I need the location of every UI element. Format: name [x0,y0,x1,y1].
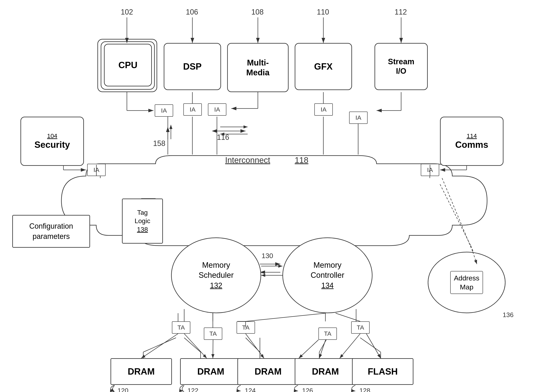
config-params-box: Configurationparameters [12,215,90,248]
ta-5: TA [351,321,370,334]
svg-line-63 [299,340,318,358]
svg-line-56 [141,334,178,358]
ta-2: TA [204,327,222,340]
dram-3-label: DRAM [255,366,282,377]
cpu-label: CPU [118,60,138,71]
address-map-ref: 136 [503,311,513,319]
security-label: Security [34,139,70,150]
ref-158: 158 [153,139,165,148]
svg-line-57 [184,334,207,358]
tag-logic-box: TagLogic138 [122,199,163,244]
ta-1: TA [172,321,190,334]
svg-line-60 [246,313,325,321]
svg-line-65 [366,334,381,358]
ia-security: IA [87,164,106,176]
ia-cpu: IA [155,104,173,117]
svg-line-46 [319,338,327,352]
comms-ref: 114 [455,132,488,139]
dram-4-ref: 126 [302,387,313,392]
dram-3-box: DRAM [238,358,299,385]
svg-line-58 [213,340,213,358]
ia-comms: IA [421,164,439,176]
dram-4-label: DRAM [312,366,339,377]
comms-label: Comms [455,139,488,150]
svg-line-42 [184,338,200,352]
dsp-box: DSP [164,43,221,90]
interconnect-ref: 118 [295,156,308,165]
security-box: 104 Security [20,117,84,166]
ia-streamio: IA [349,112,368,124]
multimedia-box: Multi-Media [227,43,289,92]
dram-1-label: DRAM [128,366,155,377]
svg-line-61 [336,313,360,321]
ref-130: 130 [261,252,273,260]
flash-box: FLASH [352,358,413,385]
diagram: 102 106 108 110 112 CPU DSP Multi-Media … [0,0,536,392]
ia-dsp: IA [183,103,202,116]
gfx-label: GFX [314,61,333,72]
svg-line-64 [340,334,360,358]
ref-106: 106 [186,8,198,16]
dram-3-ref: 124 [245,387,256,392]
memory-scheduler-circle: MemoryScheduler132 [171,238,261,313]
stream-io-label: StreamI/O [388,57,415,76]
ref-110: 110 [317,8,329,16]
multimedia-label: Multi-Media [246,58,269,77]
comms-box: 114 Comms [440,117,503,166]
svg-line-44 [246,338,260,352]
ta-4: TA [318,327,337,340]
dram-1-ref: 120 [117,387,128,392]
dram-2-ref: 122 [187,387,198,392]
gfx-box: GFX [295,43,352,90]
svg-line-59 [246,334,264,358]
memory-controller-circle: MemoryController134 [282,238,373,313]
address-map-ellipse: AddressMap [428,252,505,313]
ref-112: 112 [395,8,407,16]
ia-multimedia: IA [208,103,226,116]
ref-116: 116 [217,133,229,142]
flash-ref: 128 [359,387,370,392]
cpu-box: CPU [104,44,152,86]
svg-line-48 [360,338,381,352]
ref-102: 102 [121,8,133,16]
svg-line-62 [319,340,326,358]
dram-2-box: DRAM [180,358,242,385]
interconnect-label: Interconnect [225,156,270,165]
dram-4-box: DRAM [295,358,356,385]
flash-label: FLASH [368,366,398,377]
dram-2-label: DRAM [197,366,224,377]
stream-io-box: StreamI/O [374,43,428,90]
svg-line-40 [143,338,176,352]
ia-gfx: IA [314,103,333,116]
svg-line-76 [442,178,473,252]
ref-108: 108 [251,8,264,16]
security-ref: 104 [34,132,70,139]
ta-3: TA [237,321,255,334]
svg-line-51 [440,184,471,246]
dsp-label: DSP [183,61,202,72]
dram-1-box: DRAM [111,358,172,385]
